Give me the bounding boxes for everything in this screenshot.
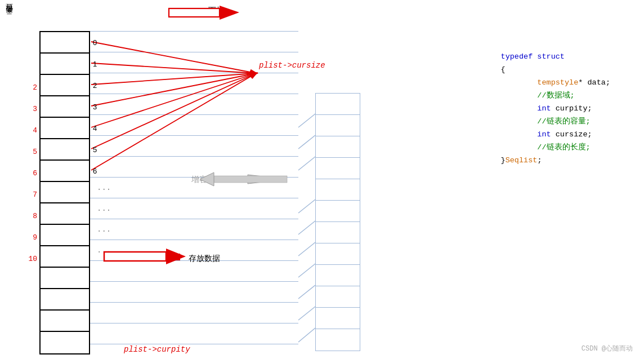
svg-line-22 [298,285,315,299]
small-cell-5 [316,201,360,222]
code-line-7: int cursize; [501,128,610,141]
row-num-0 [21,34,37,55]
row-num-9: 9 [21,227,37,248]
left-cell-8 [41,203,89,225]
right-row-12 [90,281,298,303]
row-num-8: 8 [21,205,37,227]
store-label: 存放数据 [189,254,220,264]
row-num-3: 3 [21,98,37,119]
row-num-4: 4 [21,119,37,141]
csdn-watermark: CSDN @心随而动 [582,344,633,353]
svg-line-24 [298,328,315,342]
left-cell-3 [41,96,89,118]
row-numbers: 2 3 4 5 6 7 8 9 10 [21,34,37,355]
row-num-14 [21,334,37,355]
cursize-label: plist->cursize [259,61,325,70]
right-row-4 [90,114,298,136]
right-row-2 [90,73,298,94]
svg-line-21 [298,264,315,277]
right-row-14 [90,323,298,344]
element-position-label: 元素位置 [5,16,15,20]
svg-marker-0 [175,9,203,16]
left-cell-11 [41,268,89,289]
code-line-8: //链表的长度; [501,141,610,154]
subscript-label: 下标 [208,6,224,16]
left-cell-12 [41,289,89,311]
svg-line-19 [298,221,315,234]
right-row-13 [90,302,298,323]
row-num-10: 10 [21,248,37,269]
right-row-0 [90,31,298,52]
right-row-8: ... [90,198,298,219]
row-num-13 [21,312,37,334]
row-num-6: 6 [21,162,37,184]
row-num-11 [21,269,37,291]
row-num-1 [21,55,37,77]
main-diagram: 元素位置 2 3 4 5 6 7 8 9 10 [0,0,644,359]
small-cell-10 [316,308,360,329]
svg-line-20 [298,242,315,256]
small-cell-8 [316,265,360,286]
small-cell-6 [316,222,360,243]
code-line-5: int curpity; [501,103,610,116]
left-cell-5 [41,139,89,161]
small-cell-2 [316,136,360,158]
small-right-table [315,93,360,351]
right-row-3 [90,94,298,115]
right-row-9: ... [90,219,298,240]
left-cell-9 [41,225,89,246]
small-cell-11 [316,329,360,351]
left-cell-0 [41,32,89,54]
left-cell-1 [41,54,89,75]
code-line-6: //链表的容量; [501,116,610,128]
code-line-2: { [501,64,610,77]
code-line-9: }Seqlist; [501,154,610,167]
svg-line-15 [298,114,315,127]
left-cell-10 [41,246,89,268]
row-num-2: 2 [21,77,37,98]
right-table: ... ... ... ... [90,31,298,344]
right-row-5 [90,135,298,157]
small-cell-1 [316,115,360,136]
code-line-3: tempstyle* data; [501,77,610,90]
left-cell-13 [41,311,89,332]
svg-line-17 [298,157,315,170]
left-cell-6 [41,161,89,182]
svg-line-16 [298,135,315,149]
svg-line-23 [298,307,315,320]
small-cell-7 [316,243,360,265]
left-table [39,31,90,354]
small-cell-9 [316,286,360,308]
zengr-label: 增容 [191,175,207,185]
code-block: typedef struct { tempstyle* data; //数据域;… [501,51,610,167]
svg-line-18 [298,200,315,213]
code-line-1: typedef struct [501,51,610,64]
code-line-4: //数据域; [501,90,610,103]
small-cell-3 [316,158,360,179]
row-num-5: 5 [21,141,37,162]
left-cell-2 [41,75,89,96]
small-cell-4 [316,179,360,201]
curpity-label: plist->curpity [124,345,190,354]
left-cell-14 [41,332,89,353]
row-num-7: 7 [21,184,37,205]
small-cell-0 [316,94,360,115]
left-cell-4 [41,118,89,139]
left-cell-7 [41,182,89,203]
row-num-12 [21,291,37,312]
